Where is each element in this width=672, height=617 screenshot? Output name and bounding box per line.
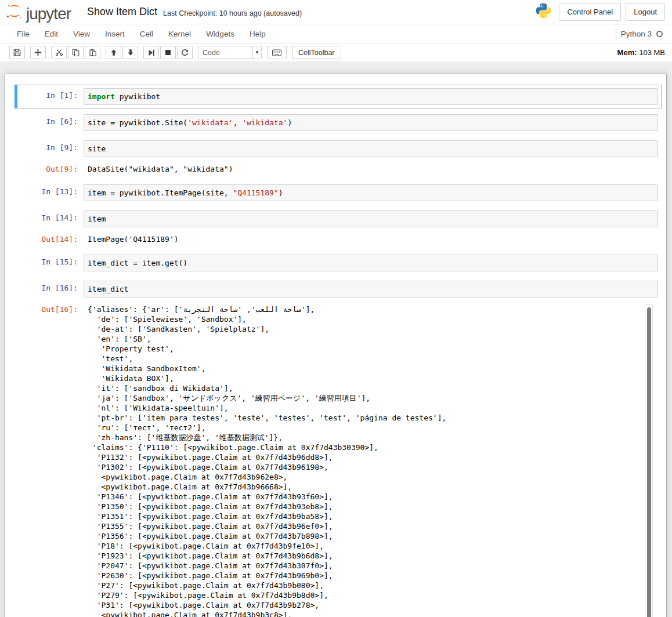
menu-item-help[interactable]: Help	[242, 26, 273, 42]
code-cell-1[interactable]: In [1]:import pywikibot	[15, 85, 662, 108]
kernel-idle-icon	[656, 31, 663, 37]
output-prompt: Out[14]:	[18, 232, 84, 244]
menu-item-widgets[interactable]: Widgets	[198, 26, 242, 42]
jupyter-logo[interactable]: jupyter	[6, 2, 71, 23]
menu-item-view[interactable]: View	[66, 26, 97, 42]
output-scrollbar[interactable]	[645, 304, 653, 617]
input-prompt: In [15]:	[18, 255, 84, 267]
menu-item-edit[interactable]: Edit	[37, 26, 66, 42]
code-cell-7[interactable]: In [16]:item_dictOut[16]:{'aliases': {'a…	[15, 277, 662, 617]
chevron-down-icon: ▼	[252, 46, 261, 59]
code-input[interactable]: site	[84, 140, 658, 157]
cell-output: ItemPage('Q4115189')	[84, 232, 658, 245]
jupyter-logo-text: jupyter	[26, 5, 71, 23]
cell-type-dropdown[interactable]: Code ▼	[198, 46, 262, 59]
cut-cell-button[interactable]	[51, 46, 67, 59]
cell-output: DataSite("wikidata", "wikidata")	[84, 162, 658, 175]
control-panel-button[interactable]: Control Panel	[559, 3, 621, 21]
code-cell-4[interactable]: In [13]:item = pywikibot.ItemPage(site, …	[15, 181, 662, 205]
menu-item-cell[interactable]: Cell	[132, 26, 161, 42]
input-prompt: In [6]:	[18, 114, 84, 126]
interrupt-kernel-button[interactable]	[160, 46, 176, 59]
restart-kernel-button[interactable]	[177, 46, 193, 59]
code-input[interactable]: import pywikibot	[84, 88, 658, 105]
move-cell-up-button[interactable]	[106, 46, 121, 59]
output-prompt: Out[16]:	[18, 302, 84, 314]
code-cell-5[interactable]: In [14]:itemOut[14]:ItemPage('Q4115189')	[15, 207, 662, 249]
code-input[interactable]: item = pywikibot.ItemPage(site, "Q411518…	[84, 184, 658, 201]
python-logo-icon	[535, 2, 552, 21]
output-scrollbar-thumb[interactable]	[647, 307, 651, 617]
notebook-title[interactable]: Show Item Dict	[87, 6, 157, 18]
kernel-name: Python 3	[621, 30, 652, 38]
copy-cell-button[interactable]	[68, 46, 84, 59]
notebook-cells: In [1]:import pywikibotIn [6]:site = pyw…	[5, 85, 666, 617]
move-cell-down-button[interactable]	[122, 46, 138, 59]
save-button[interactable]	[9, 46, 25, 59]
input-prompt: In [9]:	[18, 140, 84, 153]
code-cell-2[interactable]: In [6]:site = pywikibot.Site('wikidata',…	[15, 111, 662, 135]
code-cell-6[interactable]: In [15]:item_dict = item.get()	[15, 251, 662, 275]
menu-item-insert[interactable]: Insert	[97, 26, 132, 42]
input-prompt: In [1]:	[18, 88, 84, 100]
notebook-container: In [1]:import pywikibotIn [6]:site = pyw…	[5, 74, 667, 617]
add-cell-below-button[interactable]	[30, 46, 46, 59]
menu-item-kernel[interactable]: Kernel	[161, 26, 198, 42]
notebook-site: In [1]:import pywikibotIn [6]:site = pyw…	[0, 62, 672, 617]
run-cell-button[interactable]	[143, 46, 159, 59]
input-prompt: In [16]:	[18, 281, 84, 293]
header-title-row: jupyter Show Item Dict Last Checkpoint: …	[0, 0, 672, 24]
output-prompt: Out[9]:	[18, 162, 84, 174]
input-prompt: In [13]:	[18, 184, 84, 197]
code-input[interactable]: item_dict = item.get()	[84, 255, 658, 271]
command-palette-button[interactable]	[267, 46, 287, 59]
paste-cell-button[interactable]	[85, 46, 100, 59]
toolbar: Code ▼ CellToolbar Mem: 103 MB	[0, 43, 672, 62]
cell-output: {'aliases': {'ar': ['ساحة اللعب', 'ساحة …	[84, 302, 658, 617]
menubar: FileEditViewInsertCellKernelWidgetsHelp …	[0, 24, 672, 43]
cell-type-value: Code	[198, 49, 252, 57]
celltoolbar-button[interactable]: CellToolbar	[292, 46, 341, 59]
code-input[interactable]: item_dict	[84, 281, 658, 297]
kernel-divider	[616, 28, 616, 39]
code-input[interactable]: item	[84, 210, 658, 227]
jupyter-logo-icon	[6, 2, 23, 23]
memory-usage-indicator: Mem: 103 MB	[617, 48, 665, 57]
menu-item-file[interactable]: File	[9, 26, 37, 42]
checkpoint-status: Last Checkpoint: 10 hours ago (autosaved…	[163, 9, 302, 17]
code-cell-3[interactable]: In [9]:siteOut[9]:DataSite("wikidata", "…	[15, 137, 662, 179]
code-input[interactable]: site = pywikibot.Site('wikidata', 'wikid…	[84, 114, 658, 131]
logout-button[interactable]: Logout	[626, 3, 665, 21]
input-prompt: In [14]:	[18, 210, 84, 223]
notebook-header: jupyter Show Item Dict Last Checkpoint: …	[0, 0, 672, 62]
